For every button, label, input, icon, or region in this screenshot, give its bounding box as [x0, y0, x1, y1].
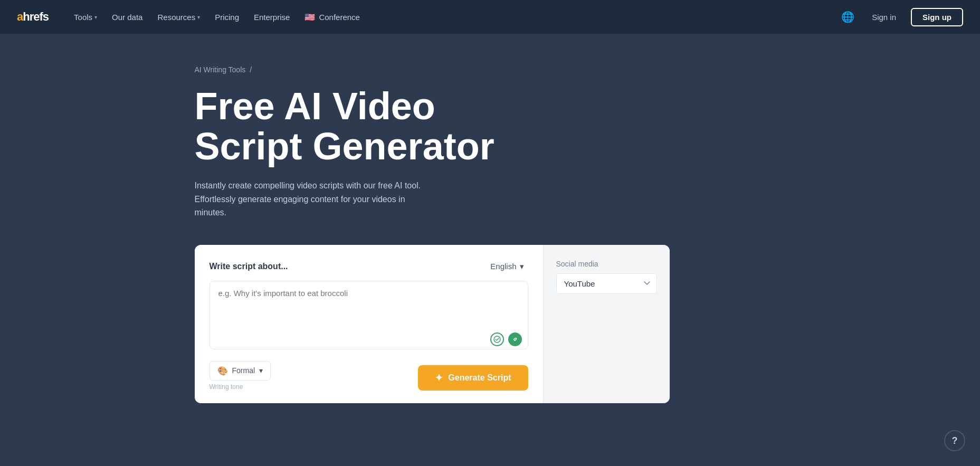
textarea-wrapper: [210, 281, 528, 351]
language-value: English: [490, 262, 516, 271]
signin-button[interactable]: Sign in: [865, 9, 902, 25]
social-media-label: Social media: [556, 260, 657, 268]
script-header: Write script about... English ▾: [210, 260, 528, 273]
tone-button[interactable]: 🎨 Formal ▾: [210, 361, 271, 381]
script-input[interactable]: [210, 281, 528, 349]
tool-card: Write script about... English ▾: [195, 245, 670, 403]
flag-icon: 🇺🇸: [305, 12, 315, 22]
chevron-down-icon: ▾: [197, 14, 200, 20]
tool-card-left: Write script about... English ▾: [195, 245, 543, 403]
logo-hrefs: hrefs: [23, 10, 49, 24]
star-icon: ✦: [435, 372, 443, 384]
signup-button[interactable]: Sign up: [911, 8, 963, 26]
script-label: Write script about...: [210, 262, 288, 271]
card-bottom-row: 🎨 Formal ▾ Writing tone ✦ Generate Scrip…: [210, 361, 528, 391]
nav-links: Tools ▾ Our data Resources ▾ Pricing Ent…: [68, 9, 838, 25]
page-title: Free AI Video Script Generator: [195, 87, 554, 166]
logo[interactable]: ahrefs: [17, 10, 49, 24]
breadcrumb-link[interactable]: AI Writing Tools: [195, 65, 246, 74]
main-content: AI Writing Tools / Free AI Video Script …: [174, 34, 807, 445]
nav-link-ourdata[interactable]: Our data: [106, 9, 149, 25]
tone-value: Formal: [232, 366, 255, 375]
breadcrumb-separator: /: [250, 65, 252, 74]
grammar-check-icon[interactable]: [490, 332, 504, 346]
breadcrumb: AI Writing Tools /: [195, 65, 786, 74]
tone-section: 🎨 Formal ▾ Writing tone: [210, 361, 271, 391]
nav-right: 🌐 Sign in Sign up: [838, 7, 963, 26]
globe-button[interactable]: 🌐: [838, 7, 857, 26]
chevron-down-icon: ▾: [94, 14, 97, 20]
nav-link-enterprise[interactable]: Enterprise: [248, 9, 296, 25]
chevron-down-icon: ▾: [520, 262, 524, 271]
ai-assist-icon[interactable]: [508, 332, 522, 346]
svg-point-2: [513, 339, 515, 340]
generate-label: Generate Script: [448, 373, 511, 383]
nav-link-tools[interactable]: Tools ▾: [68, 9, 103, 25]
navbar: ahrefs Tools ▾ Our data Resources ▾ Pric…: [0, 0, 980, 34]
logo-a: a: [17, 10, 23, 24]
nav-link-conference[interactable]: 🇺🇸Conference: [298, 9, 366, 25]
writing-tone-hint: Writing tone: [210, 383, 271, 391]
language-select[interactable]: English ▾: [486, 260, 528, 273]
tool-card-right: Social media YouTube TikTok Instagram Fa…: [543, 245, 670, 403]
textarea-icons: [490, 332, 522, 346]
nav-link-pricing[interactable]: Pricing: [208, 9, 245, 25]
tone-emoji-icon: 🎨: [217, 366, 228, 376]
nav-link-resources[interactable]: Resources ▾: [151, 9, 206, 25]
chevron-down-icon: ▾: [259, 366, 263, 375]
hero-description: Instantly create compelling video script…: [195, 179, 437, 220]
tool-card-main: Write script about... English ▾: [195, 245, 670, 403]
generate-button[interactable]: ✦ Generate Script: [418, 365, 528, 391]
social-media-select[interactable]: YouTube TikTok Instagram Facebook: [556, 273, 657, 294]
svg-point-1: [512, 336, 518, 343]
help-button[interactable]: ?: [944, 430, 965, 451]
